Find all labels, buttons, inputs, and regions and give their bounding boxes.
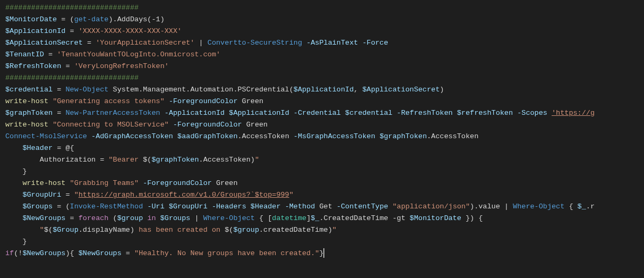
code-token: -AdGraphAccessToken <box>91 132 173 140</box>
code-token: " <box>289 191 294 199</box>
indent <box>5 144 22 152</box>
code-token <box>547 109 552 117</box>
code-line[interactable]: $NewGroups = foreach ($group in $Groups … <box>5 213 639 224</box>
code-token: Green <box>238 97 264 105</box>
code-token <box>160 109 165 117</box>
code-token: $ApplicationSecret <box>5 39 83 47</box>
code-token: = ( <box>57 15 74 23</box>
code-token: $( <box>44 226 53 234</box>
indent <box>5 226 40 234</box>
code-line[interactable]: ############################### <box>5 2 639 14</box>
code-line[interactable]: $GroupUri = "https://graph.microsoft.com… <box>5 189 639 201</box>
code-token: = <box>83 39 96 47</box>
code-token: $GroupUri <box>22 191 61 199</box>
code-token: if <box>5 249 14 257</box>
code-line[interactable]: Connect-MsolService -AdGraphAccessToken … <box>5 131 639 142</box>
code-token: -MsGraphAccessToken <box>294 132 375 140</box>
code-token: $_ <box>578 203 586 210</box>
code-line[interactable]: write-host "Grabbing Teams" -ForegroundC… <box>5 178 639 189</box>
code-token: .CreatedDateTime <box>319 214 392 222</box>
code-line[interactable]: $Header = @{ <box>5 142 639 154</box>
code-line[interactable]: $credential = New-Object System.Manageme… <box>5 84 639 96</box>
code-token: .AccessToken) <box>199 156 255 164</box>
code-token: write-host <box>22 179 65 187</box>
code-token: $ApplicationSecret <box>362 86 440 94</box>
code-line[interactable]: $Groups = (Invoke-RestMethod -Uri $Group… <box>5 201 639 213</box>
code-line[interactable]: $ApplicationId = 'XXXX-XXXX-XXXX-XXX-XXX… <box>5 26 639 37</box>
code-token: Where-Object <box>203 214 255 222</box>
code-token: "Healthy. No New groups have been create… <box>134 249 319 257</box>
code-token: has been created on <box>134 226 225 234</box>
code-token: = <box>44 50 57 58</box>
code-token <box>65 179 70 187</box>
code-line[interactable]: if(!$NewGroups){ $NewGroups = "Healthy. … <box>5 248 639 259</box>
code-token: } <box>22 167 27 175</box>
code-token: $Group <box>53 226 79 234</box>
code-token: -ForegroundColor <box>173 121 242 129</box>
code-token: $graphToken <box>151 156 199 164</box>
code-line[interactable]: } <box>5 236 639 248</box>
code-token: }) { <box>461 214 483 222</box>
code-token <box>169 121 173 129</box>
code-token: New-Object <box>65 86 108 94</box>
code-token: "Generating access tokens" <box>53 97 165 105</box>
code-line[interactable]: $graphToken = New-PartnerAccessToken -Ap… <box>5 107 639 119</box>
code-line[interactable]: Authorization = "Bearer $($graphToken.Ac… <box>5 154 639 166</box>
code-token: https://graph.microsoft.com/v1.0/Groups?… <box>79 191 289 199</box>
code-token: ) <box>440 86 444 94</box>
code-line[interactable]: write-host "Connecting to MSOLService" -… <box>5 119 639 131</box>
code-token: -Force <box>362 39 388 47</box>
indent <box>5 214 22 222</box>
code-line[interactable]: ############################### <box>5 72 639 84</box>
code-token: -RefreshToken <box>397 109 452 117</box>
code-token: = <box>65 27 78 35</box>
code-token: "Bearer <box>108 156 143 164</box>
code-token: { [ <box>255 214 272 222</box>
code-token: ) <box>160 15 165 23</box>
code-token: $RefreshToken <box>5 62 61 70</box>
code-token: " <box>74 191 79 199</box>
code-line[interactable]: } <box>5 166 639 178</box>
code-token: = <box>61 62 74 70</box>
code-token <box>246 203 251 210</box>
code-token <box>513 109 517 117</box>
code-token: $( <box>143 156 151 164</box>
code-line[interactable]: $MonitorDate = (get-date).AddDays(-1) <box>5 14 639 26</box>
code-token: | <box>190 214 203 222</box>
code-token: -Scopes <box>517 109 547 117</box>
code-token: ){ <box>65 249 78 257</box>
code-token: = <box>53 86 65 94</box>
code-token: $Header <box>251 203 281 210</box>
code-line[interactable]: $TenantID = 'TenantYouWantTOLogInto.Onmi… <box>5 49 639 61</box>
code-token: ).AddDays( <box>108 15 151 23</box>
code-token <box>302 39 306 47</box>
code-token: $Groups <box>160 214 191 222</box>
code-token: -ApplicationId <box>165 109 225 117</box>
code-token: -Credential <box>294 109 341 117</box>
code-token: New-PartnerAccessToken <box>65 109 160 117</box>
code-token: $ApplicationId <box>5 27 65 35</box>
code-token: Green <box>242 121 268 129</box>
code-line[interactable]: "$($Group.displayName) has been created … <box>5 224 639 236</box>
code-token: in <box>147 214 156 222</box>
code-token: .r <box>586 203 595 210</box>
code-token: $( <box>225 226 233 234</box>
indent <box>5 191 22 199</box>
code-editor[interactable]: ###############################$MonitorD… <box>0 0 644 265</box>
code-line[interactable]: $ApplicationSecret = 'YourApplicationSec… <box>5 37 639 49</box>
code-token: $_ <box>311 214 319 222</box>
code-token: $NewGroups <box>79 249 122 257</box>
code-token: -Headers <box>212 203 246 210</box>
code-token: = ( <box>53 203 70 210</box>
code-token: Where-Object <box>513 203 564 210</box>
code-token: { <box>564 203 577 210</box>
code-token: ############################### <box>5 74 139 82</box>
code-line[interactable]: write-host "Generating access tokens" -F… <box>5 96 639 107</box>
code-token: 'YourApplicationSecret' <box>96 39 194 47</box>
code-line[interactable]: $RefreshToken = 'VeryLongRefreshToken' <box>5 61 639 72</box>
code-token: "Connecting to MSOLService" <box>53 121 169 129</box>
code-token: = <box>65 214 78 222</box>
code-token: Get <box>315 203 337 210</box>
code-token: = @{ <box>53 144 74 152</box>
code-token: (! <box>14 249 22 257</box>
